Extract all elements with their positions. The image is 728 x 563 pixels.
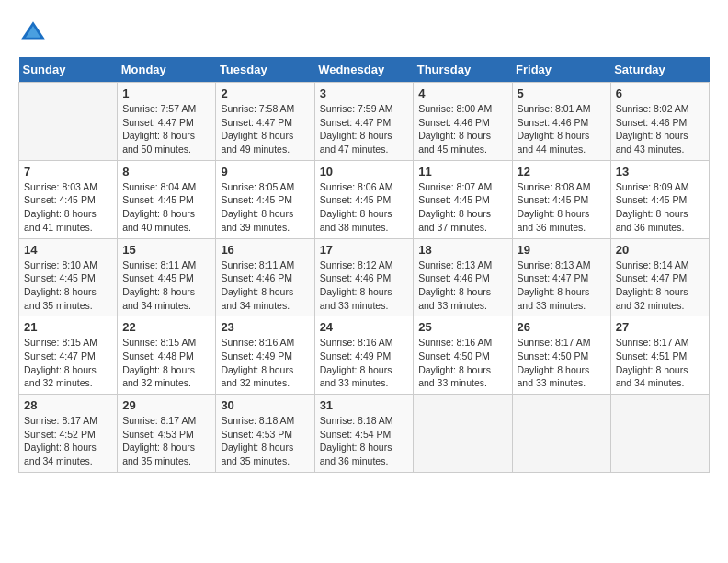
day-number: 27 bbox=[616, 320, 704, 334]
day-info: Sunrise: 8:04 AMSunset: 4:45 PMDaylight:… bbox=[122, 180, 210, 235]
calendar-cell bbox=[512, 395, 610, 473]
day-number: 18 bbox=[418, 243, 506, 257]
day-number: 29 bbox=[122, 398, 210, 412]
calendar-cell: 21Sunrise: 8:15 AMSunset: 4:47 PMDayligh… bbox=[19, 316, 118, 395]
day-info: Sunrise: 8:16 AMSunset: 4:49 PMDaylight:… bbox=[320, 336, 409, 390]
calendar-cell: 9Sunrise: 8:05 AMSunset: 4:45 PMDaylight… bbox=[216, 160, 314, 238]
day-number: 1 bbox=[122, 86, 210, 100]
day-info: Sunrise: 8:18 AMSunset: 4:53 PMDaylight:… bbox=[221, 414, 309, 468]
day-number: 11 bbox=[418, 165, 506, 178]
day-number: 12 bbox=[518, 165, 606, 178]
day-number: 23 bbox=[221, 320, 309, 334]
week-row-5: 28Sunrise: 8:17 AMSunset: 4:52 PMDayligh… bbox=[19, 395, 710, 473]
calendar-cell: 24Sunrise: 8:16 AMSunset: 4:49 PMDayligh… bbox=[314, 316, 414, 395]
calendar-cell: 30Sunrise: 8:18 AMSunset: 4:53 PMDayligh… bbox=[216, 395, 314, 473]
calendar-cell: 13Sunrise: 8:09 AMSunset: 4:45 PMDayligh… bbox=[610, 160, 709, 238]
day-info: Sunrise: 8:05 AMSunset: 4:45 PMDaylight:… bbox=[221, 180, 309, 235]
week-row-4: 21Sunrise: 8:15 AMSunset: 4:47 PMDayligh… bbox=[19, 316, 710, 395]
col-header-sunday: Sunday bbox=[19, 57, 118, 83]
day-info: Sunrise: 8:15 AMSunset: 4:47 PMDaylight:… bbox=[24, 336, 112, 390]
day-info: Sunrise: 8:10 AMSunset: 4:45 PMDaylight:… bbox=[24, 259, 112, 313]
col-header-saturday: Saturday bbox=[610, 57, 709, 83]
col-header-thursday: Thursday bbox=[414, 57, 512, 83]
calendar-cell: 27Sunrise: 8:17 AMSunset: 4:51 PMDayligh… bbox=[610, 316, 709, 395]
calendar-cell: 1Sunrise: 7:57 AMSunset: 4:47 PMDaylight… bbox=[118, 83, 216, 161]
calendar-cell: 23Sunrise: 8:16 AMSunset: 4:49 PMDayligh… bbox=[216, 316, 314, 395]
day-info: Sunrise: 8:16 AMSunset: 4:50 PMDaylight:… bbox=[418, 336, 506, 390]
day-number: 31 bbox=[320, 398, 409, 412]
calendar-cell: 5Sunrise: 8:01 AMSunset: 4:46 PMDaylight… bbox=[512, 83, 610, 161]
day-number: 3 bbox=[320, 86, 409, 100]
col-header-tuesday: Tuesday bbox=[216, 57, 314, 83]
day-info: Sunrise: 8:11 AMSunset: 4:46 PMDaylight:… bbox=[221, 259, 309, 313]
day-info: Sunrise: 8:13 AMSunset: 4:47 PMDaylight:… bbox=[518, 259, 606, 313]
day-number: 14 bbox=[24, 243, 112, 257]
day-number: 8 bbox=[122, 165, 210, 178]
day-info: Sunrise: 8:12 AMSunset: 4:46 PMDaylight:… bbox=[320, 259, 409, 313]
logo bbox=[18, 18, 51, 48]
day-info: Sunrise: 8:02 AMSunset: 4:46 PMDaylight:… bbox=[616, 102, 704, 156]
day-info: Sunrise: 8:17 AMSunset: 4:50 PMDaylight:… bbox=[518, 336, 606, 390]
col-header-monday: Monday bbox=[118, 57, 216, 83]
day-number: 30 bbox=[221, 398, 309, 412]
col-header-wednesday: Wednesday bbox=[314, 57, 414, 83]
day-info: Sunrise: 8:03 AMSunset: 4:45 PMDaylight:… bbox=[24, 180, 112, 235]
day-number: 24 bbox=[320, 320, 409, 334]
calendar-cell bbox=[19, 83, 118, 161]
calendar-cell: 4Sunrise: 8:00 AMSunset: 4:46 PMDaylight… bbox=[414, 83, 512, 161]
calendar-cell: 12Sunrise: 8:08 AMSunset: 4:45 PMDayligh… bbox=[512, 160, 610, 238]
logo-icon bbox=[18, 18, 48, 48]
calendar-cell: 18Sunrise: 8:13 AMSunset: 4:46 PMDayligh… bbox=[414, 238, 512, 316]
day-info: Sunrise: 7:59 AMSunset: 4:47 PMDaylight:… bbox=[320, 102, 409, 156]
day-number: 9 bbox=[221, 165, 309, 178]
day-number: 6 bbox=[616, 86, 704, 100]
day-number: 28 bbox=[24, 398, 112, 412]
page-header bbox=[18, 18, 710, 48]
week-row-1: 1Sunrise: 7:57 AMSunset: 4:47 PMDaylight… bbox=[19, 83, 710, 161]
day-number: 25 bbox=[418, 320, 506, 334]
day-info: Sunrise: 8:00 AMSunset: 4:46 PMDaylight:… bbox=[418, 102, 506, 156]
day-info: Sunrise: 8:14 AMSunset: 4:47 PMDaylight:… bbox=[616, 259, 704, 313]
day-number: 16 bbox=[221, 243, 309, 257]
day-number: 5 bbox=[518, 86, 606, 100]
calendar-cell: 20Sunrise: 8:14 AMSunset: 4:47 PMDayligh… bbox=[610, 238, 709, 316]
day-info: Sunrise: 8:01 AMSunset: 4:46 PMDaylight:… bbox=[518, 102, 606, 156]
calendar-cell: 7Sunrise: 8:03 AMSunset: 4:45 PMDaylight… bbox=[19, 160, 118, 238]
day-number: 21 bbox=[24, 320, 112, 334]
calendar-cell: 22Sunrise: 8:15 AMSunset: 4:48 PMDayligh… bbox=[118, 316, 216, 395]
day-number: 2 bbox=[221, 86, 309, 100]
week-row-3: 14Sunrise: 8:10 AMSunset: 4:45 PMDayligh… bbox=[19, 238, 710, 316]
day-number: 13 bbox=[616, 165, 704, 178]
calendar-table: SundayMondayTuesdayWednesdayThursdayFrid… bbox=[18, 57, 710, 473]
calendar-cell: 16Sunrise: 8:11 AMSunset: 4:46 PMDayligh… bbox=[216, 238, 314, 316]
day-info: Sunrise: 8:13 AMSunset: 4:46 PMDaylight:… bbox=[418, 259, 506, 313]
calendar-cell: 17Sunrise: 8:12 AMSunset: 4:46 PMDayligh… bbox=[314, 238, 414, 316]
calendar-header-row: SundayMondayTuesdayWednesdayThursdayFrid… bbox=[19, 57, 710, 83]
week-row-2: 7Sunrise: 8:03 AMSunset: 4:45 PMDaylight… bbox=[19, 160, 710, 238]
calendar-cell: 8Sunrise: 8:04 AMSunset: 4:45 PMDaylight… bbox=[118, 160, 216, 238]
calendar-cell: 31Sunrise: 8:18 AMSunset: 4:54 PMDayligh… bbox=[314, 395, 414, 473]
calendar-cell bbox=[414, 395, 512, 473]
day-number: 10 bbox=[320, 165, 409, 178]
calendar-cell: 2Sunrise: 7:58 AMSunset: 4:47 PMDaylight… bbox=[216, 83, 314, 161]
day-info: Sunrise: 8:09 AMSunset: 4:45 PMDaylight:… bbox=[616, 180, 704, 235]
calendar-cell: 6Sunrise: 8:02 AMSunset: 4:46 PMDaylight… bbox=[610, 83, 709, 161]
day-info: Sunrise: 8:06 AMSunset: 4:45 PMDaylight:… bbox=[320, 180, 409, 235]
day-number: 4 bbox=[418, 86, 506, 100]
day-info: Sunrise: 8:07 AMSunset: 4:45 PMDaylight:… bbox=[418, 180, 506, 235]
col-header-friday: Friday bbox=[512, 57, 610, 83]
day-number: 22 bbox=[122, 320, 210, 334]
day-number: 15 bbox=[122, 243, 210, 257]
day-info: Sunrise: 8:16 AMSunset: 4:49 PMDaylight:… bbox=[221, 336, 309, 390]
calendar-cell: 10Sunrise: 8:06 AMSunset: 4:45 PMDayligh… bbox=[314, 160, 414, 238]
day-number: 26 bbox=[518, 320, 606, 334]
calendar-cell: 29Sunrise: 8:17 AMSunset: 4:53 PMDayligh… bbox=[118, 395, 216, 473]
calendar-cell: 3Sunrise: 7:59 AMSunset: 4:47 PMDaylight… bbox=[314, 83, 414, 161]
day-info: Sunrise: 8:15 AMSunset: 4:48 PMDaylight:… bbox=[122, 336, 210, 390]
calendar-cell: 28Sunrise: 8:17 AMSunset: 4:52 PMDayligh… bbox=[19, 395, 118, 473]
day-number: 19 bbox=[518, 243, 606, 257]
day-info: Sunrise: 8:17 AMSunset: 4:53 PMDaylight:… bbox=[122, 414, 210, 468]
day-number: 7 bbox=[24, 165, 112, 178]
day-info: Sunrise: 7:58 AMSunset: 4:47 PMDaylight:… bbox=[221, 102, 309, 156]
calendar-cell: 14Sunrise: 8:10 AMSunset: 4:45 PMDayligh… bbox=[19, 238, 118, 316]
